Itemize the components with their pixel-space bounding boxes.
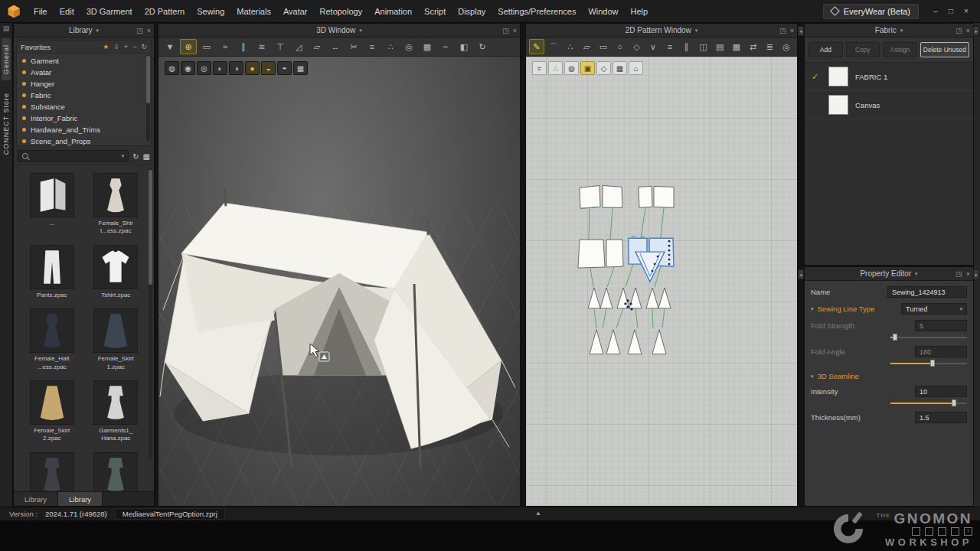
menu-item[interactable]: File	[28, 5, 54, 18]
sewing-line-type-select[interactable]: Turned	[901, 303, 967, 315]
fold-arrangement[interactable]: ◿	[290, 39, 307, 54]
star-icon[interactable]	[103, 43, 109, 51]
pattern-piece[interactable]	[580, 185, 600, 208]
favorite-item[interactable]: Garment	[17, 55, 151, 67]
align[interactable]: ≣	[763, 39, 778, 54]
section-3d-seamline[interactable]: 3D Seamline	[811, 372, 967, 380]
snapshot[interactable]: ▦	[293, 61, 308, 75]
favorites-scrollbar[interactable]	[146, 55, 150, 141]
library-item[interactable]: Female_Shir t...ess.zpac	[88, 173, 143, 236]
property-value-input[interactable]: 1.5	[915, 412, 967, 423]
arrange-points[interactable]: ∴	[382, 39, 399, 54]
fabric-button[interactable]: Delete Unused	[920, 42, 969, 57]
fabric-button[interactable]: Copy	[846, 42, 880, 57]
property-slider[interactable]	[890, 359, 967, 367]
library-item[interactable]: Female_Halt ...ess.zpac	[24, 308, 80, 371]
pattern-piece[interactable]	[639, 186, 652, 207]
pattern-piece[interactable]	[654, 186, 674, 207]
property-value-input[interactable]: 5	[915, 320, 967, 331]
favorite-item[interactable]: Interior_Fabric	[17, 112, 151, 124]
library-item[interactable]: Garments3	[88, 452, 143, 491]
select-move[interactable]: ⊕	[180, 39, 197, 54]
favorite-item[interactable]: Scene_and_Props	[17, 135, 151, 145]
undock-icon[interactable]	[136, 27, 143, 34]
slider-handle[interactable]	[930, 360, 935, 367]
steam-brush[interactable]: ≡	[364, 39, 381, 54]
library-item[interactable]: Garments1_ Hana.zpac	[88, 380, 143, 443]
pattern-piece[interactable]	[628, 330, 642, 354]
section-sewing-line-type[interactable]: Sewing Line Type Turned	[811, 303, 967, 315]
remove-favorite-icon[interactable]	[132, 43, 136, 51]
menu-item[interactable]: Sewing	[191, 5, 230, 18]
undock-icon[interactable]	[956, 27, 962, 34]
pattern-piece[interactable]	[606, 240, 623, 267]
everywear-badge[interactable]: EveryWear (Beta)	[823, 4, 919, 19]
fabric-swatch[interactable]	[828, 95, 848, 115]
show-seams[interactable]: ◓	[277, 61, 292, 75]
pattern-piece[interactable]	[588, 288, 600, 308]
hamburger-icon[interactable]	[0, 23, 12, 32]
menu-item[interactable]: Help	[625, 5, 655, 18]
app-logo-icon[interactable]	[6, 4, 21, 19]
pin[interactable]: ⊤	[272, 39, 289, 54]
chevron-down-icon[interactable]	[915, 271, 918, 277]
minimize-icon[interactable]	[928, 7, 943, 15]
pattern-piece[interactable]	[617, 288, 629, 308]
chevron-down-icon[interactable]	[900, 28, 903, 34]
edit-pattern[interactable]: ✎	[529, 39, 544, 54]
avatar-skin[interactable]: ◐	[213, 61, 227, 75]
fabric-header[interactable]: Fabric	[805, 24, 973, 37]
display-mode[interactable]: ◧	[456, 39, 472, 54]
name-input[interactable]: Sewing_1424913	[887, 286, 967, 298]
collapse-panel-icon[interactable]: ▸	[973, 269, 979, 279]
grid[interactable]: ▦	[419, 39, 436, 54]
trace[interactable]: ◫	[696, 39, 711, 54]
gizmo[interactable]: ◎	[400, 39, 417, 54]
maximize-icon[interactable]	[943, 7, 959, 15]
menu-item[interactable]: Materials	[230, 5, 277, 18]
property-value-input[interactable]: 180	[915, 346, 967, 357]
collapse-panel-icon[interactable]: ◂	[798, 269, 804, 279]
style-line[interactable]: ◒	[261, 61, 276, 75]
library-item[interactable]: Female_Skirt 2.zpac	[24, 380, 80, 443]
fabric-swatch[interactable]	[828, 67, 848, 86]
simulate[interactable]: ▼	[162, 39, 178, 54]
close-icon[interactable]	[966, 270, 970, 278]
fabric-row[interactable]: FABRIC 1	[805, 63, 973, 91]
pattern-piece[interactable]	[603, 185, 622, 207]
favorite-item[interactable]: Fabric	[17, 90, 151, 101]
menu-item[interactable]: Avatar	[277, 5, 314, 18]
view-mode-icon[interactable]	[143, 152, 150, 161]
refresh-icon[interactable]	[141, 43, 147, 51]
menu-item[interactable]: Retopology	[314, 5, 369, 18]
refresh-library-icon[interactable]	[132, 152, 139, 161]
add-point[interactable]: ∴	[563, 39, 578, 54]
library-scrollbar[interactable]	[149, 168, 152, 459]
2d-pattern-canvas[interactable]: ≈∴◍▣◇▦⌂	[526, 57, 797, 506]
property-slider[interactable]	[890, 399, 967, 407]
library-item[interactable]: ...	[24, 173, 80, 236]
flatten[interactable]: ▱	[309, 39, 325, 54]
library-tab[interactable]: Library	[14, 492, 58, 506]
close-icon[interactable]	[959, 7, 974, 15]
show-annotation[interactable]: ⌂	[629, 61, 643, 75]
undock-icon[interactable]	[779, 27, 786, 34]
property-slider[interactable]	[890, 333, 967, 341]
pattern-piece[interactable]	[590, 330, 603, 354]
collapse-panel-icon[interactable]: ▸	[973, 26, 979, 36]
library-item[interactable]: Female_Skirt 1.zpac	[88, 308, 143, 371]
tab-connect-store[interactable]: CONNECT Store	[2, 86, 11, 161]
favorite-item[interactable]: Avatar	[17, 67, 151, 78]
create-circle[interactable]: ○	[612, 39, 628, 54]
show-avatar[interactable]: ◍	[165, 61, 179, 75]
property-editor-header[interactable]: Property Editor	[805, 267, 973, 281]
library-tab[interactable]: Library	[58, 492, 103, 506]
show-grainline[interactable]: ◍	[564, 61, 579, 75]
zoom-fit[interactable]: ◎	[779, 39, 794, 54]
search-box[interactable]	[18, 150, 129, 162]
edit-sewing[interactable]: ≈	[217, 39, 234, 54]
show-points[interactable]: ∴	[548, 61, 563, 75]
free-sewing[interactable]: ≋	[253, 39, 270, 54]
show-baseline[interactable]: ◇	[596, 61, 611, 75]
show-seamline[interactable]: ≈	[532, 61, 547, 75]
